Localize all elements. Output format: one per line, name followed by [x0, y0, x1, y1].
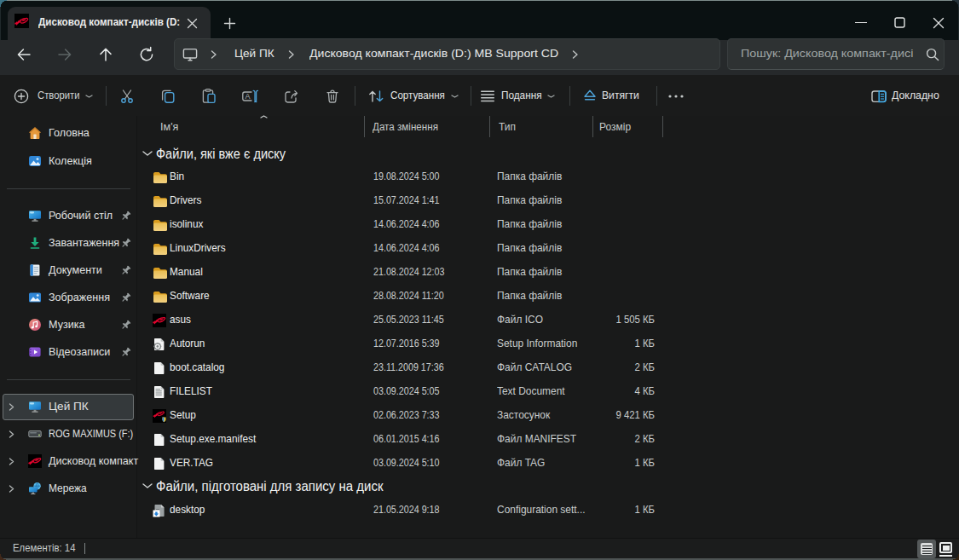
svg-text:A: A [246, 92, 251, 101]
